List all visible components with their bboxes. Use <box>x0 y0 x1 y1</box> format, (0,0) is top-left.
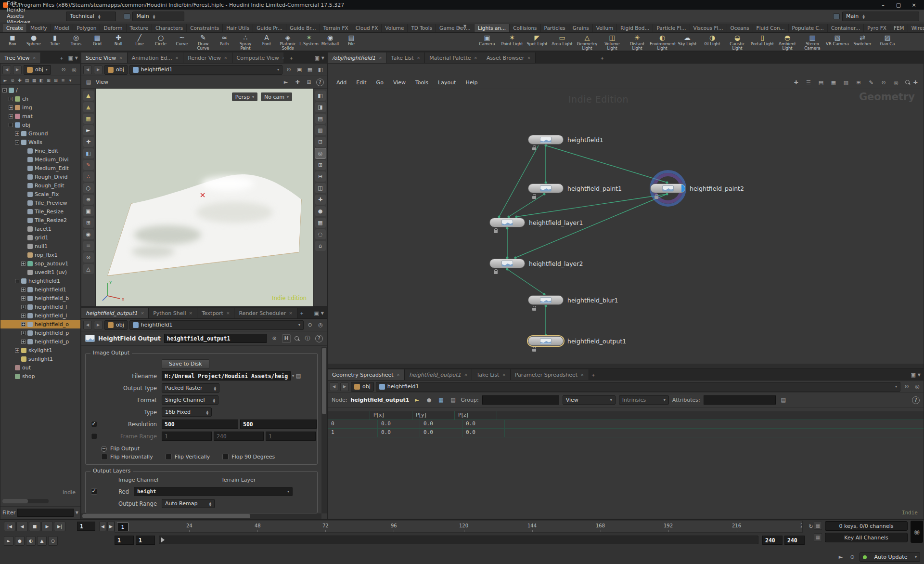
close-icon[interactable]: × <box>474 55 477 60</box>
tree-item[interactable]: + mat <box>0 112 80 120</box>
shelf-tool[interactable]: ▥ Stereo Camera <box>800 33 825 51</box>
range-start2-input[interactable] <box>136 536 155 545</box>
shelf-tool[interactable]: ▧ VR Camera <box>825 33 850 51</box>
search-icon[interactable] <box>294 336 300 341</box>
checkbox[interactable] <box>166 454 172 460</box>
shelf-tool[interactable]: ◐ Environment Light <box>650 33 675 51</box>
shelf-tool[interactable]: ▭ Area Light <box>550 33 575 51</box>
pane-menu-icon[interactable]: ▣ <box>314 310 319 316</box>
close-icon[interactable]: × <box>175 55 179 60</box>
range-start-input[interactable] <box>115 536 134 545</box>
shelf-tool[interactable]: ● Sphere <box>23 33 44 51</box>
main-desktop-select[interactable]: Main ▲▼ <box>842 12 919 21</box>
table-row[interactable]: 0 0.0 0.0 0.0 <box>328 420 924 429</box>
add-pane-tab-button[interactable]: ＋ <box>589 369 598 380</box>
shelf-tab[interactable]: Rigid Bod... <box>617 24 653 33</box>
expander-icon[interactable]: + <box>21 305 26 309</box>
tree-item[interactable]: Medium_Edit <box>0 164 80 172</box>
shelf-tool[interactable]: ▦ Grid <box>87 33 108 51</box>
pane-tab[interactable]: Asset Browser× <box>482 52 536 63</box>
help-icon[interactable]: ? <box>912 396 920 404</box>
viewport-tool-icon[interactable]: ⊕ <box>83 195 94 205</box>
range-end-input[interactable] <box>762 536 783 545</box>
shelf-tab[interactable]: TD Tools <box>408 24 436 33</box>
pane-tab[interactable]: heightfield_output1× <box>405 369 472 380</box>
network-menu-item[interactable]: View <box>388 79 411 86</box>
viewport-tool-icon[interactable]: ◧ <box>315 91 326 101</box>
close-icon[interactable]: × <box>141 311 144 315</box>
help-icon[interactable]: ? <box>316 79 324 86</box>
viewport-tool-icon[interactable]: ✚ <box>83 137 94 147</box>
pane-tab[interactable]: Material Palette× <box>425 52 482 63</box>
tree-item[interactable]: Tile_Preview <box>0 198 80 207</box>
parameter-hscrollbar[interactable] <box>81 513 321 519</box>
chevron-down-icon[interactable]: ▼ <box>76 511 78 515</box>
resolution-x-input[interactable] <box>162 420 238 429</box>
pin-icon[interactable]: ⊙ <box>306 321 314 329</box>
close-icon[interactable]: × <box>378 55 382 60</box>
checkbox[interactable] <box>222 454 229 460</box>
handles-icon[interactable]: ✚ <box>293 78 302 87</box>
tree-item[interactable]: - / <box>0 86 80 94</box>
viewport-tool-icon[interactable]: ⊙ <box>83 252 94 262</box>
viewport-tool-icon[interactable]: ✚ <box>315 195 326 205</box>
shelf-tab[interactable]: Vellum <box>593 24 617 33</box>
tree-item[interactable]: Rough_Edit <box>0 181 80 190</box>
playbar-option-icon[interactable]: ○ <box>48 536 58 546</box>
viewport-tool-icon[interactable]: ⊡ <box>315 137 326 147</box>
shelf-tab[interactable]: Viscous Fl... <box>690 24 727 33</box>
network-toolbar-icon[interactable]: ✚ <box>792 78 800 87</box>
tree-item[interactable]: Tile_Resize <box>0 207 80 216</box>
frame-end-input[interactable] <box>214 432 264 441</box>
back-button[interactable]: ◀ <box>330 382 338 391</box>
shelf-tool[interactable]: ✶ Point Light <box>500 33 525 51</box>
close-icon[interactable]: × <box>189 311 193 315</box>
viewport-tool-icon[interactable]: ► <box>83 125 94 135</box>
playbar-option-icon[interactable]: ▲ <box>37 536 47 546</box>
frame-step-button[interactable]: ▶ <box>107 522 115 531</box>
gear-icon[interactable]: ⊛ <box>270 334 279 343</box>
viewport-tool-icon[interactable]: ▣ <box>83 206 94 216</box>
checkbox[interactable] <box>101 454 107 460</box>
table-row[interactable]: 1 0.0 0.0 0.0 <box>328 429 924 437</box>
shelf-tool[interactable]: A Font <box>256 33 277 51</box>
shelf-tool[interactable]: △ Geometry Light <box>575 33 600 51</box>
tree-item[interactable]: + skylight1 <box>0 346 80 354</box>
stepper-icon[interactable]: ▲▼ <box>862 14 865 19</box>
shelf-tab[interactable]: Modify <box>27 24 51 33</box>
viewport-tool-icon[interactable]: ⊞ <box>83 218 94 228</box>
chevron-down-icon[interactable]: ▼ <box>321 311 324 315</box>
path-chip-node[interactable]: heightfield1 ▾ <box>129 65 282 75</box>
shelf-tab[interactable]: Wires <box>908 24 924 33</box>
type-select[interactable]: 16b Fixed ▲▼ <box>162 407 212 417</box>
menu-item[interactable]: Render <box>2 7 59 13</box>
expander-icon[interactable]: - <box>9 123 13 127</box>
expander-icon[interactable]: + <box>21 296 26 301</box>
viewport-tool-icon[interactable]: ◎ <box>315 148 326 158</box>
playbar-option-icon[interactable]: ● <box>15 536 25 546</box>
shelf-tab[interactable]: Oceans <box>727 24 753 33</box>
close-icon[interactable]: × <box>464 372 468 377</box>
tree-item[interactable]: uvedit1 (uv) <box>0 268 80 276</box>
viewport-tool-icon[interactable]: ▤ <box>315 114 326 124</box>
save-to-disk-button[interactable]: Save to Disk <box>162 359 209 369</box>
playbar-option-icon[interactable]: ► <box>4 536 13 546</box>
resolution-checkbox[interactable] <box>91 421 97 427</box>
menu-item[interactable]: Edit <box>2 0 59 7</box>
viewport-tool-icon[interactable]: ◧ <box>83 148 94 158</box>
view-select[interactable]: View▾ <box>563 395 616 405</box>
select-mode-icon[interactable]: ► <box>282 78 290 87</box>
tree-toolbar-icon[interactable]: ⊙ <box>9 77 16 84</box>
shelf-tab[interactable]: FEM <box>890 24 908 33</box>
range-end2-input[interactable] <box>784 536 805 545</box>
close-icon[interactable]: × <box>527 55 531 60</box>
resolution-y-input[interactable] <box>240 420 317 429</box>
shelf-tab[interactable]: Lights an... <box>475 24 510 33</box>
tree-item[interactable]: - Walls <box>0 138 80 146</box>
frame-ruler[interactable]: 1 24487296120144168192216240 <box>115 521 803 533</box>
shelf-tool[interactable]: ◼ Box <box>2 33 23 51</box>
sync-icon[interactable]: ◎ <box>316 321 325 329</box>
viewport-tool-icon[interactable]: ∴ <box>83 171 94 182</box>
shelf-tool[interactable]: ▯ Portal Light <box>750 33 775 51</box>
red-channel-checkbox[interactable] <box>91 488 97 495</box>
